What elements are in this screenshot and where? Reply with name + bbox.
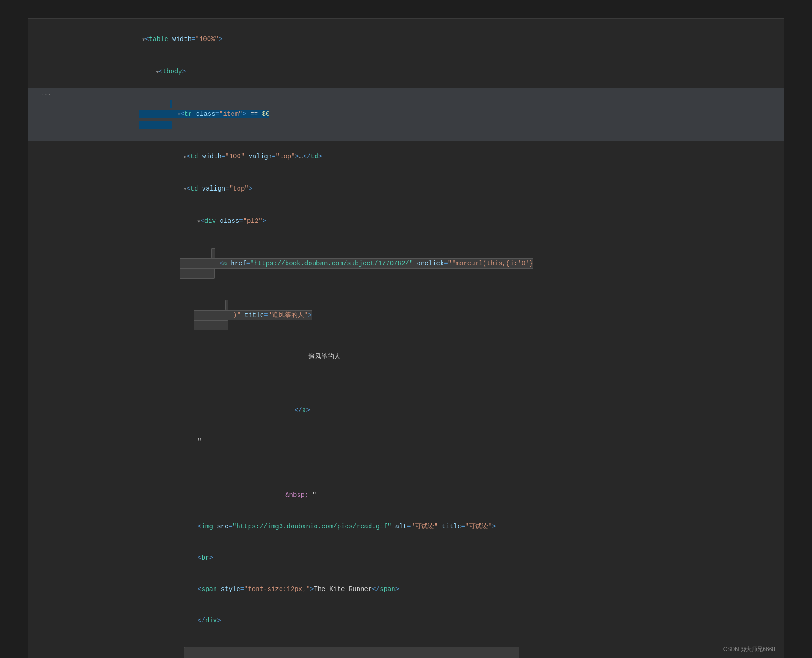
- line-a-title: )" title="追风筝的人">: [28, 289, 784, 341]
- line-br: <br>: [28, 542, 784, 574]
- line-table: ▼<table width="100%">: [28, 24, 784, 56]
- line-tr-item[interactable]: ... ▼<tr class="item"> == $0: [28, 88, 784, 141]
- line-span-style: <span style="font-size:12px;">The Kite R…: [28, 574, 784, 605]
- line-empty-4: [28, 468, 784, 479]
- line-close-div: </div>: [28, 605, 784, 636]
- a-href-highlight: <a href="https://book.douban.com/subject…: [180, 248, 533, 279]
- html-inspector[interactable]: ▼<table width="100%"> ▼<tbody> ... ▼<tr …: [28, 19, 784, 658]
- line-tbody: ▼<tbody>: [28, 56, 784, 88]
- line-quote-char: ": [28, 426, 784, 457]
- footer-csdn: CSDN @大师兄6668: [723, 646, 775, 653]
- tr-item-selection: ▼<tr class="item"> == $0: [139, 100, 269, 129]
- line-td-width: ▶<td width="100" valign="top">…</td>: [28, 141, 784, 173]
- a-title-highlight: )" title="追风筝的人">: [194, 300, 312, 330]
- line-nbsp: &nbsp; ": [28, 479, 784, 511]
- line-empty-1: [28, 372, 784, 383]
- line-td-valign: ▼<td valign="top">: [28, 173, 784, 205]
- p-pl-highlight: <p class="pl">[美] 卡勒德·胡赛尼 / 李继宏 / 上海人民出版…: [184, 647, 519, 658]
- line-a-href: <a href="https://book.douban.com/subject…: [28, 238, 784, 289]
- line-div-pl2: ▼<div class="pl2">: [28, 205, 784, 238]
- line-img: <img src="https://img3.doubanio.com/pics…: [28, 511, 784, 542]
- line-text-title: 追风筝的人: [28, 341, 784, 372]
- devtools-panel: ▼<table width="100%"> ▼<tbody> ... ▼<tr …: [28, 18, 784, 658]
- line-empty-3: [28, 457, 784, 468]
- line-p-pl: <p class="pl">[美] 卡勒德·胡赛尼 / 李继宏 / 上海人民出版…: [28, 636, 784, 658]
- line-empty-2: [28, 383, 784, 395]
- line-close-a: </a>: [28, 395, 784, 426]
